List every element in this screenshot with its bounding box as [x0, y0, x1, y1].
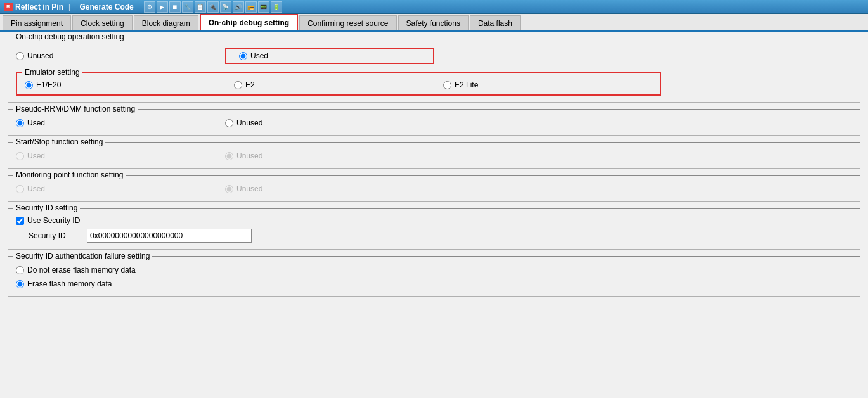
- security-auth-noerase-label: Do not erase flash memory data: [27, 266, 136, 274]
- toolbar-icon-11[interactable]: 🔋: [271, 1, 282, 13]
- toolbar-icon-6[interactable]: 🔌: [207, 1, 219, 13]
- monitoring-unused-option: Unused: [225, 183, 434, 195]
- onchip-used-option[interactable]: Used: [225, 48, 434, 64]
- toolbar-icon-9[interactable]: 📻: [245, 1, 257, 13]
- tab-safety-functions[interactable]: Safety functions: [398, 15, 469, 30]
- toolbar-icon-8[interactable]: 🔊: [233, 1, 244, 13]
- startstop-section-title: Start/Stop function setting: [13, 138, 105, 146]
- use-security-id-row: Use Security ID: [16, 216, 852, 225]
- tab-pin-assignment[interactable]: Pin assignment: [3, 15, 71, 30]
- security-auth-erase-label: Erase flash memory data: [27, 279, 112, 288]
- monitoring-radio-row: Used Unused: [16, 183, 852, 195]
- startstop-used-radio: [16, 152, 24, 160]
- pseudo-used-option[interactable]: Used: [16, 117, 225, 129]
- monitoring-used-label: Used: [27, 184, 45, 193]
- title-divider: |: [68, 3, 70, 11]
- emulator-e2-radio[interactable]: [234, 81, 242, 89]
- toolbar-icon-3[interactable]: ⏹: [169, 1, 181, 13]
- onchip-unused-option[interactable]: Unused: [16, 50, 225, 61]
- toolbar-icon-4[interactable]: 🔧: [182, 1, 193, 13]
- title-bar: R Reflect in Pin | Generate Code ⚙ ▶ ⏹ 🔧…: [0, 0, 868, 14]
- toolbar-icon-10[interactable]: 📟: [258, 1, 269, 13]
- generate-code-label: Generate Code: [79, 3, 133, 11]
- pseudo-radio-row: Used Unused: [16, 117, 852, 129]
- toolbar-icon-5[interactable]: 📋: [195, 1, 206, 13]
- pseudo-used-radio[interactable]: [16, 119, 24, 127]
- security-auth-erase-radio[interactable]: [16, 280, 24, 288]
- app-title-group: R Reflect in Pin | Generate Code: [4, 2, 138, 12]
- onchip-used-label: Used: [250, 51, 268, 60]
- startstop-unused-radio: [225, 152, 233, 160]
- tab-data-flash[interactable]: Data flash: [470, 15, 521, 30]
- generate-code-button[interactable]: Generate Code: [75, 2, 137, 12]
- startstop-used-label: Used: [27, 151, 45, 160]
- app-title: Reflect in Pin: [15, 3, 63, 11]
- security-auth-erase-row: Erase flash memory data: [16, 278, 852, 290]
- onchip-section-title: On-chip debug operation setting: [13, 32, 127, 41]
- content-area: On-chip debug operation setting Unused U…: [0, 32, 868, 398]
- startstop-unused-option: Unused: [225, 150, 434, 162]
- monitoring-used-radio: [16, 185, 24, 193]
- tab-onchip-debug[interactable]: On-chip debug setting: [200, 14, 298, 30]
- pseudo-unused-option[interactable]: Unused: [225, 117, 434, 129]
- security-id-label: Security ID: [29, 231, 79, 240]
- app-icon: R: [4, 3, 13, 11]
- security-id-section-title: Security ID setting: [13, 203, 80, 212]
- onchip-section: On-chip debug operation setting Unused U…: [8, 37, 860, 103]
- emulator-e2lite-label: E2 Lite: [455, 80, 478, 89]
- emulator-e2-option[interactable]: E2: [234, 80, 443, 89]
- monitoring-section-title: Monitoring point function setting: [13, 170, 126, 179]
- use-security-id-checkbox[interactable]: [16, 217, 24, 225]
- security-id-section: Security ID setting Use Security ID Secu…: [8, 208, 860, 250]
- use-security-id-label: Use Security ID: [27, 216, 80, 225]
- monitoring-unused-radio: [225, 185, 233, 193]
- pseudo-used-label: Used: [27, 119, 45, 127]
- emulator-e1e20-option[interactable]: E1/E20: [25, 80, 234, 89]
- emulator-e2lite-radio[interactable]: [443, 81, 451, 89]
- tab-block-diagram[interactable]: Block diagram: [134, 15, 198, 30]
- monitoring-section: Monitoring point function setting Used U…: [8, 175, 860, 202]
- onchip-unused-radio[interactable]: [16, 52, 24, 60]
- security-auth-noerase-row: Do not erase flash memory data: [16, 264, 852, 276]
- emulator-section-title: Emulator setting: [22, 68, 82, 77]
- emulator-radio-row: E1/E20 E2 E2 Lite: [25, 80, 652, 89]
- emulator-section: Emulator setting E1/E20 E2 E2 Lite: [16, 72, 661, 96]
- monitoring-unused-label: Unused: [236, 184, 262, 193]
- toolbar-icon-7[interactable]: 📡: [220, 1, 231, 13]
- security-auth-erase-option[interactable]: Erase flash memory data: [16, 278, 112, 290]
- security-id-input-row: Security ID: [29, 229, 852, 243]
- emulator-e2-label: E2: [245, 80, 255, 89]
- emulator-e2lite-option[interactable]: E2 Lite: [443, 80, 652, 89]
- security-auth-section-title: Security ID authentication failure setti…: [13, 252, 152, 260]
- tab-confirming-reset[interactable]: Confirming reset source: [299, 15, 396, 30]
- onchip-radio-row: Unused Used: [16, 48, 852, 64]
- startstop-radio-row: Used Unused: [16, 150, 852, 162]
- pseudo-unused-radio[interactable]: [225, 119, 233, 127]
- tab-clock-setting[interactable]: Clock setting: [72, 15, 133, 30]
- pseudo-section-title: Pseudo-RRM/DMM function setting: [13, 105, 138, 113]
- security-auth-noerase-radio[interactable]: [16, 266, 24, 274]
- toolbar-icon-1[interactable]: ⚙: [144, 1, 155, 13]
- toolbar: ⚙ ▶ ⏹ 🔧 📋 🔌 📡 🔊 📻 📟 🔋: [144, 1, 282, 13]
- emulator-e1e20-radio[interactable]: [25, 81, 33, 89]
- pseudo-unused-label: Unused: [236, 119, 262, 127]
- security-auth-noerase-option[interactable]: Do not erase flash memory data: [16, 264, 136, 276]
- startstop-unused-label: Unused: [236, 151, 262, 160]
- startstop-used-option: Used: [16, 150, 225, 162]
- security-auth-section: Security ID authentication failure setti…: [8, 256, 860, 297]
- monitoring-used-option: Used: [16, 183, 225, 195]
- security-id-input[interactable]: [87, 229, 252, 243]
- toolbar-icon-2[interactable]: ▶: [157, 1, 168, 13]
- tab-bar: Pin assignment Clock setting Block diagr…: [0, 14, 868, 32]
- onchip-used-radio[interactable]: [239, 52, 247, 60]
- pseudo-section: Pseudo-RRM/DMM function setting Used Unu…: [8, 109, 860, 136]
- onchip-unused-label: Unused: [27, 51, 53, 60]
- startstop-section: Start/Stop function setting Used Unused: [8, 142, 860, 169]
- emulator-e1e20-label: E1/E20: [36, 80, 61, 89]
